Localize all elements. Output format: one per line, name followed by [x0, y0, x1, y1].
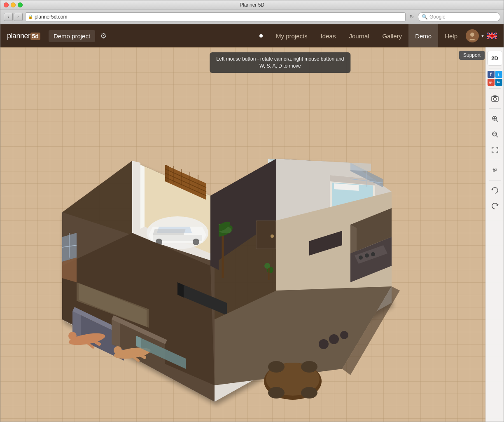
svg-marker-113: [493, 95, 497, 96]
mode-2d-button[interactable]: 2D: [488, 51, 502, 66]
svg-line-119: [496, 136, 498, 137]
svg-point-34: [193, 239, 199, 245]
divider-5: [489, 180, 501, 181]
divider-3: [489, 108, 501, 109]
svg-point-97: [340, 331, 348, 339]
minimize-window-button[interactable]: [11, 2, 16, 7]
app-container: planner 5d Demo project ⚙ My projects Id…: [0, 24, 504, 422]
nav-journal[interactable]: Journal: [342, 24, 376, 47]
svg-point-77: [114, 346, 122, 354]
close-window-button[interactable]: [4, 2, 9, 7]
units-button[interactable]: ft²: [488, 163, 502, 178]
logo: planner 5d: [7, 32, 40, 40]
fullscreen-button[interactable]: [488, 143, 502, 157]
google-plus-share-button[interactable]: g+: [488, 79, 495, 86]
facebook-share-button[interactable]: f: [488, 71, 495, 78]
svg-point-94: [301, 387, 317, 399]
svg-point-92: [301, 361, 317, 373]
url-text: planner5d.com: [35, 14, 67, 20]
svg-point-112: [493, 98, 496, 101]
svg-point-61: [359, 256, 363, 260]
logo-area: planner 5d: [7, 32, 40, 40]
language-flag[interactable]: [487, 33, 497, 39]
svg-point-63: [371, 252, 375, 256]
logo-planner-text: planner: [7, 32, 30, 40]
tooltip-text: Left mouse button - rotate camera, right…: [216, 56, 344, 69]
svg-point-96: [329, 334, 339, 344]
right-sidebar: 2D f t g+ in: [485, 47, 504, 422]
app-header: planner 5d Demo project ⚙ My projects Id…: [0, 24, 504, 47]
screenshot-button[interactable]: [488, 91, 502, 106]
browser-titlebar: Planner 5D: [0, 0, 504, 9]
address-bar[interactable]: 🔒 planner5d.com: [25, 12, 406, 21]
nav-help[interactable]: Help: [438, 24, 464, 47]
svg-point-95: [319, 339, 329, 349]
user-avatar[interactable]: [466, 29, 479, 42]
project-name[interactable]: Demo project: [49, 30, 95, 42]
floorplan-3d-view: [13, 80, 445, 422]
nav-links: My projects Ideas Journal Gallery Demo H…: [269, 24, 464, 47]
camera-tooltip: Left mouse button - rotate camera, right…: [210, 52, 350, 73]
linkedin-share-button[interactable]: in: [495, 79, 502, 86]
svg-marker-103: [62, 258, 77, 282]
nav-ideas[interactable]: Ideas: [314, 24, 343, 47]
browser-toolbar: ‹ › 🔒 planner5d.com ↻ 🔍 Google: [0, 9, 504, 24]
settings-button[interactable]: ⚙: [98, 30, 108, 42]
zoom-out-button[interactable]: [488, 127, 502, 142]
svg-point-73: [68, 332, 77, 340]
svg-point-54: [271, 234, 274, 238]
undo-button[interactable]: [488, 183, 502, 198]
nav-indicator: [259, 34, 263, 38]
maximize-window-button[interactable]: [18, 2, 23, 7]
main-viewport[interactable]: Left mouse button - rotate camera, right…: [0, 47, 504, 422]
user-dropdown-arrow[interactable]: ▾: [481, 33, 484, 39]
divider-4: [489, 160, 501, 160]
search-icon: 🔍: [422, 14, 428, 20]
nav-my-projects[interactable]: My projects: [269, 24, 314, 47]
window-controls: [4, 2, 23, 7]
search-placeholder: Google: [429, 14, 446, 20]
svg-point-91: [268, 361, 285, 373]
svg-marker-70: [112, 319, 120, 347]
floorplan-svg: [13, 80, 425, 418]
browser-title: Planner 5D: [240, 2, 264, 8]
refresh-button[interactable]: ↻: [408, 13, 415, 21]
svg-marker-104: [132, 161, 140, 235]
svg-marker-105: [210, 196, 219, 270]
redo-button[interactable]: [488, 199, 502, 213]
svg-point-93: [268, 387, 285, 399]
svg-point-62: [365, 253, 369, 258]
browser-frame: Planner 5D ‹ › 🔒 planner5d.com ↻ 🔍 Googl…: [0, 0, 504, 422]
svg-point-107: [264, 263, 270, 269]
divider-2: [489, 88, 501, 89]
svg-marker-81: [136, 336, 141, 348]
svg-marker-110: [350, 163, 371, 171]
zoom-in-button[interactable]: [488, 111, 502, 126]
svg-line-115: [496, 120, 498, 122]
logo-5d-badge: 5d: [30, 33, 40, 40]
forward-button[interactable]: ›: [14, 13, 23, 21]
social-buttons: f t g+ in: [488, 71, 502, 86]
secure-icon: 🔒: [28, 14, 33, 19]
svg-marker-35: [153, 229, 186, 235]
nav-demo[interactable]: Demo: [408, 24, 438, 47]
support-button[interactable]: Support: [459, 51, 485, 60]
nav-gallery[interactable]: Gallery: [376, 24, 409, 47]
twitter-share-button[interactable]: t: [495, 71, 502, 78]
divider-1: [489, 68, 501, 68]
nav-buttons: ‹ ›: [4, 13, 23, 21]
back-button[interactable]: ‹: [4, 13, 13, 21]
svg-point-0: [470, 33, 474, 37]
search-bar[interactable]: 🔍 Google: [418, 12, 500, 21]
